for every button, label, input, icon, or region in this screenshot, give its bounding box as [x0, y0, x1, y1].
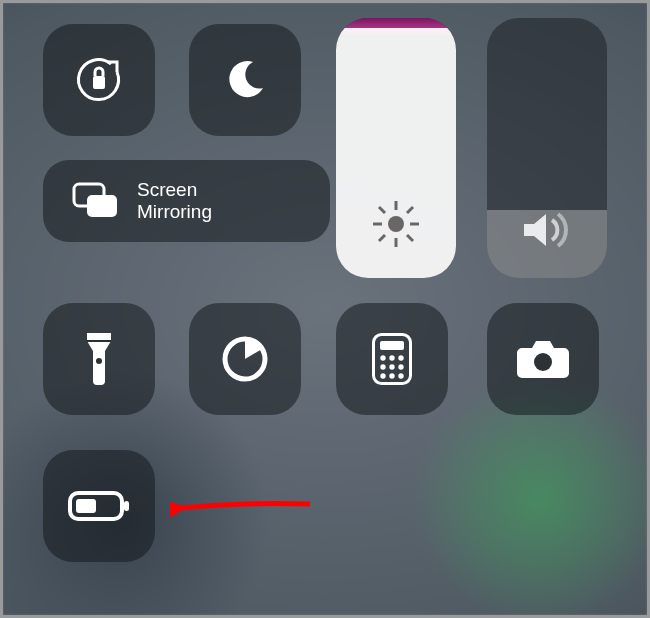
calculator-button[interactable] — [336, 303, 448, 415]
battery-low-icon — [68, 490, 130, 522]
sun-icon — [370, 198, 422, 250]
svg-point-25 — [398, 373, 403, 378]
svg-rect-16 — [380, 341, 404, 350]
svg-rect-0 — [93, 76, 105, 89]
svg-point-17 — [380, 355, 385, 360]
svg-rect-12 — [87, 340, 111, 342]
control-center: Screen Mirroring — [0, 0, 650, 618]
svg-point-24 — [389, 373, 394, 378]
svg-point-20 — [380, 364, 385, 369]
rotation-lock-icon — [71, 52, 127, 108]
svg-line-7 — [407, 235, 413, 241]
svg-line-8 — [407, 207, 413, 213]
volume-slider[interactable] — [487, 18, 607, 278]
svg-point-19 — [398, 355, 403, 360]
camera-icon — [516, 338, 570, 380]
svg-rect-11 — [87, 195, 117, 217]
svg-point-13 — [96, 358, 102, 364]
svg-line-9 — [379, 235, 385, 241]
camera-button[interactable] — [487, 303, 599, 415]
svg-point-23 — [380, 373, 385, 378]
screen-mirroring-label: Screen Mirroring — [137, 179, 212, 223]
screen-mirroring-button[interactable]: Screen Mirroring — [43, 160, 330, 242]
low-power-mode-button[interactable] — [43, 450, 155, 562]
do-not-disturb-button[interactable] — [189, 24, 301, 136]
speaker-icon — [520, 208, 574, 252]
svg-rect-29 — [124, 501, 129, 511]
svg-rect-28 — [76, 499, 96, 513]
svg-line-6 — [379, 207, 385, 213]
timer-button[interactable] — [189, 303, 301, 415]
screen-mirroring-icon — [71, 181, 121, 221]
svg-point-26 — [534, 353, 552, 371]
brightness-slider[interactable] — [336, 18, 456, 278]
timer-icon — [220, 334, 270, 384]
orientation-lock-button[interactable] — [43, 24, 155, 136]
svg-point-22 — [398, 364, 403, 369]
svg-point-21 — [389, 364, 394, 369]
calculator-icon — [372, 333, 412, 385]
flashlight-icon — [83, 331, 115, 387]
moon-icon — [223, 58, 267, 102]
flashlight-button[interactable] — [43, 303, 155, 415]
svg-point-1 — [388, 216, 404, 232]
svg-point-18 — [389, 355, 394, 360]
